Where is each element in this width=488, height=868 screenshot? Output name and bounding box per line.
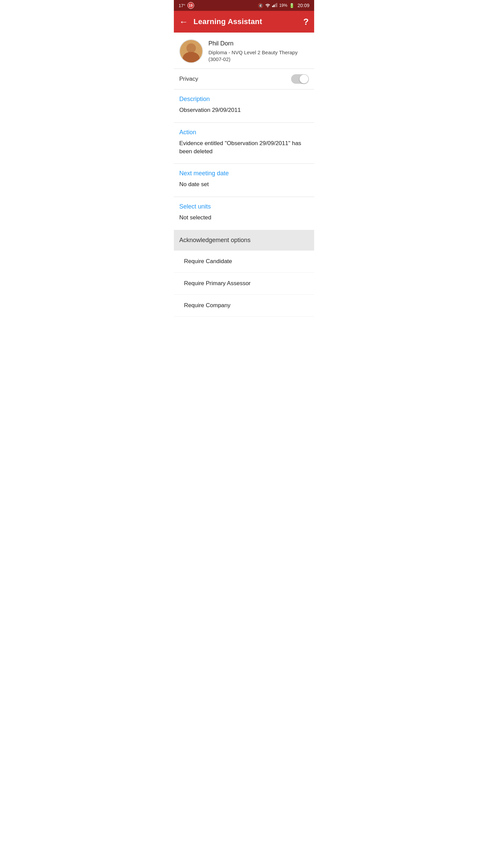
description-section: Description Observation 29/09/2011 xyxy=(174,90,314,122)
signal-icon xyxy=(272,3,278,8)
wifi-icon xyxy=(265,3,270,8)
status-left: 17° 19 xyxy=(179,2,194,9)
notification-badge: 19 xyxy=(187,2,194,9)
action-section: Action Evidence entitled "Observation 29… xyxy=(174,123,314,164)
back-button[interactable]: ← xyxy=(179,17,188,26)
action-label: Action xyxy=(179,129,309,136)
profile-info: Phil Dorn Diploma - NVQ Level 2 Beauty T… xyxy=(208,40,309,62)
next-meeting-value: No date set xyxy=(179,180,309,195)
app-bar: ← Learning Assistant ? xyxy=(174,11,314,33)
svg-rect-2 xyxy=(275,4,276,7)
list-item[interactable]: Require Candidate xyxy=(174,251,314,273)
toggle-knob xyxy=(300,75,308,83)
description-label: Description xyxy=(179,96,309,103)
privacy-toggle[interactable] xyxy=(291,74,309,84)
next-meeting-label: Next meeting date xyxy=(179,170,309,177)
temperature: 17° xyxy=(179,3,185,8)
time: 20:09 xyxy=(298,3,309,8)
profile-name: Phil Dorn xyxy=(208,40,309,47)
profile-section: Phil Dorn Diploma - NVQ Level 2 Beauty T… xyxy=(174,33,314,68)
select-units-section: Select units Not selected xyxy=(174,197,314,230)
action-value: Evidence entitled "Observation 29/09/201… xyxy=(179,139,309,162)
help-button[interactable]: ? xyxy=(303,17,309,27)
avatar xyxy=(179,39,203,63)
description-value: Observation 29/09/2011 xyxy=(179,106,309,120)
list-item[interactable]: Require Primary Assessor xyxy=(174,273,314,295)
status-bar: 17° 19 🔇 19% 🔋 20:09 xyxy=(174,0,314,11)
next-meeting-section: Next meeting date No date set xyxy=(174,164,314,197)
svg-rect-1 xyxy=(273,5,274,7)
svg-rect-0 xyxy=(272,6,273,7)
battery-percent: 19% xyxy=(279,3,287,8)
mute-icon: 🔇 xyxy=(258,3,263,8)
battery-icon: 🔋 xyxy=(289,3,294,8)
status-right: 🔇 19% 🔋 20:09 xyxy=(258,3,309,8)
svg-rect-3 xyxy=(276,3,277,7)
select-units-label: Select units xyxy=(179,203,309,210)
avatar-image xyxy=(180,39,202,63)
list-item[interactable]: Require Company xyxy=(174,295,314,317)
app-bar-title: Learning Assistant xyxy=(194,17,303,26)
privacy-label: Privacy xyxy=(179,76,198,82)
privacy-row: Privacy xyxy=(174,69,314,89)
select-units-value: Not selected xyxy=(179,214,309,228)
acknowledgement-header: Acknowledgement options xyxy=(174,230,314,251)
profile-course: Diploma - NVQ Level 2 Beauty Therapy (30… xyxy=(208,49,309,62)
